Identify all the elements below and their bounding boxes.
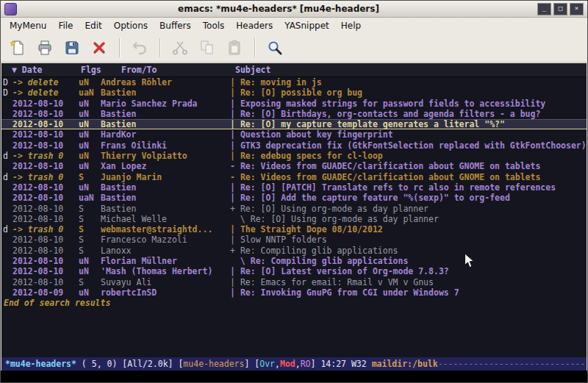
header-row[interactable]: 2012-08-10uNBastien| Re: [O] Birthdays, … — [1, 109, 587, 119]
row-from: Lanoxx — [101, 246, 227, 256]
row-flags: uaN — [79, 193, 101, 203]
header-row[interactable]: 2012-08-10SFrancesco Mazzoli| Slow NNTP … — [1, 235, 587, 245]
header-row[interactable]: D-> deleteuaNBastien| Re: [O] possible o… — [1, 87, 587, 98]
header-row[interactable]: d-> trash 0SJuanjo Marin- Re: Videos fro… — [1, 172, 587, 182]
window-controls: _ □ × — [537, 3, 584, 15]
modeline-segment-plain: , — [275, 359, 280, 369]
header-row[interactable]: 2012-08-10uNBastien| Re: [O] my capture … — [1, 119, 587, 129]
menu-tools[interactable]: Tools — [197, 18, 231, 33]
headers-list: D-> deleteuNAndreas Röhler| Re: moving i… — [1, 77, 587, 298]
header-row[interactable]: 2012-08-10uNBastien| Re: [O] [PATCH] Tra… — [1, 182, 587, 193]
menu-edit[interactable]: Edit — [79, 18, 108, 33]
row-flags: S — [79, 204, 101, 214]
row-mark — [1, 119, 12, 129]
row-mark — [1, 109, 12, 119]
row-subject: | Re: [O] [PATCH] Translate refs to rc a… — [227, 182, 587, 193]
header-row[interactable]: 2012-08-10uNXan Lopez- Re: Videos from G… — [1, 161, 587, 171]
thread-prefix: | — [230, 109, 235, 119]
subject-text: Re: [O] my capture template generates a … — [240, 119, 505, 129]
close-button[interactable]: × — [570, 3, 584, 15]
titlebar[interactable]: emacs: *mu4e-headers* [mu4e-headers] _ □… — [1, 1, 587, 18]
menu-options[interactable]: Options — [108, 18, 154, 33]
row-mark — [1, 204, 12, 214]
header-row[interactable]: 2012-08-10SMichael Welle \ Re: [O] Using… — [1, 214, 587, 224]
row-date: 2012-08-10 — [12, 119, 79, 129]
header-row[interactable]: 2012-08-10uNHardKor| Question about key … — [1, 129, 587, 140]
row-flags: uN — [79, 161, 101, 171]
row-date: 2012-08-10 — [12, 193, 79, 203]
header-row[interactable]: 2012-08-10SLanoxx+ Re: Compiling glib ap… — [1, 246, 587, 256]
toolbar-search-button[interactable] — [264, 37, 286, 59]
thread-prefix: | — [230, 77, 235, 87]
modeline-segment-plain: ] — [311, 359, 321, 369]
modeline-segment-mode: mu4e-headers — [183, 359, 244, 369]
header-row[interactable]: 2012-08-10SBastien+ Re: [O] Using org-mo… — [1, 204, 587, 214]
row-date: 2012-08-10 — [12, 214, 79, 224]
toolbar-save-button[interactable] — [61, 37, 83, 59]
row-subject: | Re: [O] Add the capture feature "%(sex… — [227, 193, 587, 203]
row-subject: | Exposing masked strings for password f… — [227, 99, 587, 109]
subject-text: Re: [O] possible org bug — [240, 87, 362, 98]
row-mark: d — [1, 224, 12, 235]
menu-mymenu[interactable]: MyMenu — [4, 18, 52, 33]
header-row[interactable]: 2012-08-10uaNBastien| Re: [O] Add the ca… — [1, 193, 587, 203]
row-flags: uN — [79, 140, 101, 151]
modeline-segment-ovr: Ovr — [259, 359, 275, 369]
toolbar-new-file-button[interactable] — [7, 37, 29, 59]
menu-help[interactable]: Help — [335, 18, 367, 33]
row-from: webmaster@straightd... — [101, 224, 227, 235]
row-flags: S — [79, 214, 101, 224]
thread-prefix: | — [230, 224, 235, 235]
column-header-flags[interactable]: Flgs — [81, 63, 101, 76]
header-row[interactable]: 2012-08-10uNFlorian Müllner \ Re: Compil… — [1, 256, 587, 266]
menu-buffers[interactable]: Buffers — [154, 18, 197, 33]
row-flags: uN — [79, 77, 101, 87]
subject-text: Re: Videos from GUADEC/clarification abo… — [240, 172, 541, 182]
row-flags: uN — [79, 151, 101, 161]
row-from: Bastien — [101, 193, 227, 203]
modeline-segment-plain: , — [295, 359, 301, 369]
header-row[interactable]: d-> trash 0Swebmaster@straightd...| The … — [1, 224, 587, 235]
header-row[interactable]: 2012-08-10SSuvayu Ali| Re: Emacs for ema… — [1, 277, 587, 287]
close-buffer-icon — [90, 39, 108, 57]
subject-text: The Straight Dope 08/10/2012 — [240, 224, 383, 235]
row-mark — [1, 235, 12, 245]
header-row[interactable]: 2012-08-10uNMario Sanchez Prada| Exposin… — [1, 99, 587, 109]
row-from: Juanjo Marin — [101, 172, 227, 182]
row-mark — [1, 256, 12, 266]
minimize-button[interactable]: _ — [537, 3, 551, 15]
header-row[interactable]: 2012-08-10uN'Mash (Thomas Herbert)| Re: … — [1, 266, 587, 276]
menu-yasnippet[interactable]: YASnippet — [279, 18, 335, 33]
row-mark — [1, 129, 12, 140]
toolbar-close-button[interactable] — [88, 37, 110, 59]
row-subject: | Re: [O] my capture template generates … — [227, 119, 587, 129]
modeline: *mu4e-headers* ( 5, 0) [All/2.0k] [mu4e-… — [1, 357, 587, 371]
row-flags: uN — [79, 256, 101, 266]
row-subject: | Re: moving in js — [227, 77, 587, 87]
emacs-icon — [4, 3, 17, 15]
header-row[interactable]: 2012-08-10uNFrans Oilinki| GTK3 deprecat… — [1, 140, 587, 151]
menu-headers[interactable]: Headers — [230, 18, 279, 33]
header-row[interactable]: d-> trash 0uNThierry Volpiatto| Re: edeb… — [1, 151, 587, 161]
row-subject: | Re: Emacs for email: Rmail v VM v Gnus — [227, 277, 587, 287]
toolbar-print-button[interactable] — [34, 37, 56, 59]
thread-prefix: | — [230, 182, 235, 193]
row-from: Bastien — [101, 109, 227, 119]
menu-file[interactable]: File — [52, 18, 79, 33]
toolbar-separator — [119, 38, 120, 57]
column-header-from[interactable]: From/To — [121, 63, 157, 76]
row-from: Bastien — [101, 119, 227, 129]
column-header-subject[interactable]: Subject — [235, 63, 270, 76]
row-from: Bastien — [101, 204, 227, 214]
header-row[interactable]: D-> deleteuNAndreas Röhler| Re: moving i… — [1, 77, 587, 87]
thread-prefix: | — [230, 87, 235, 98]
search-icon — [266, 39, 284, 57]
header-row[interactable]: 2012-08-09uNrobertcInSD| Re: Invoking Gn… — [1, 287, 587, 298]
subject-text: Re: [O] Birthdays, org-contacts and agen… — [240, 109, 541, 119]
thread-prefix: | — [230, 151, 235, 161]
column-header-date[interactable]: ▼ Date — [12, 63, 43, 76]
maximize-button[interactable]: □ — [553, 3, 567, 15]
row-from: Thierry Volpiatto — [101, 151, 227, 161]
row-date: -> delete — [12, 87, 79, 98]
echo-area[interactable] — [1, 371, 587, 382]
